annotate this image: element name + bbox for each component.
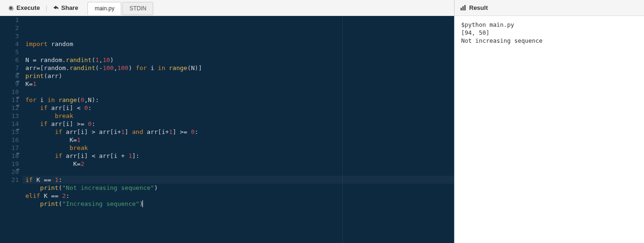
- result-panel: Result $python main.py [94, 50] Not incr…: [455, 0, 644, 243]
- code-line[interactable]: [25, 168, 451, 176]
- share-button[interactable]: Share: [49, 2, 82, 13]
- toolbar-divider: |: [46, 4, 47, 11]
- svg-rect-0: [461, 8, 462, 11]
- execute-label: Execute: [16, 4, 40, 11]
- code-line[interactable]: import random: [25, 40, 451, 48]
- line-number: 9: [2, 80, 19, 88]
- share-icon: [53, 5, 59, 11]
- code-line[interactable]: print("Increasing sequence"): [25, 200, 451, 208]
- code-line[interactable]: print(arr): [25, 72, 451, 80]
- code-editor[interactable]: 123456789101112131415161718192021 import…: [0, 16, 454, 243]
- line-number: 6: [2, 56, 19, 64]
- result-title: Result: [469, 4, 488, 11]
- fold-arrow-icon[interactable]: [16, 153, 20, 155]
- line-number: 20: [2, 168, 19, 176]
- line-number: 19: [2, 160, 19, 168]
- line-number: 18: [2, 152, 19, 160]
- code-line[interactable]: K=2: [25, 160, 451, 168]
- tab-main-py[interactable]: main.py: [87, 2, 121, 15]
- share-label: Share: [61, 4, 78, 11]
- fold-arrow-icon[interactable]: [16, 105, 20, 107]
- tab-stdin[interactable]: STDIN: [122, 2, 153, 15]
- line-number: 21: [2, 176, 19, 184]
- fold-arrow-icon[interactable]: [16, 169, 20, 171]
- fold-arrow-icon[interactable]: [16, 97, 20, 99]
- code-line[interactable]: break: [25, 144, 451, 152]
- result-output: $python main.py [94, 50] Not increasing …: [455, 16, 644, 243]
- svg-rect-1: [463, 6, 463, 10]
- code-line[interactable]: for i in range(0,N):: [25, 96, 451, 104]
- code-line[interactable]: [25, 48, 451, 56]
- code-line[interactable]: if K == 1:: [25, 176, 451, 184]
- code-line[interactable]: print("Not increasing sequence"): [25, 184, 451, 192]
- line-number: 16: [2, 136, 19, 144]
- line-number: 12: [2, 104, 19, 112]
- result-header: Result: [455, 0, 644, 16]
- code-line[interactable]: if arr[i] < 0:: [25, 104, 451, 112]
- line-number: 1: [2, 16, 19, 24]
- code-line[interactable]: elif K == 2:: [25, 192, 451, 200]
- line-number: 11: [2, 96, 19, 104]
- code-line[interactable]: if arr[i] >= 0:: [25, 120, 451, 128]
- line-number: 7: [2, 64, 19, 72]
- fold-arrow-icon[interactable]: [16, 73, 20, 75]
- code-line[interactable]: K=1: [25, 136, 451, 144]
- code-line[interactable]: if arr[i] < arr[i + 1]:: [25, 152, 451, 160]
- line-number: 17: [2, 144, 19, 152]
- code-line[interactable]: K=1: [25, 80, 451, 88]
- code-area[interactable]: import randomN = random.randint(1,10)arr…: [23, 16, 454, 243]
- line-gutter: 123456789101112131415161718192021: [0, 16, 23, 243]
- line-number: 2: [2, 24, 19, 32]
- code-line[interactable]: if arr[i] > arr[i+1] and arr[i+1] >= 0:: [25, 128, 451, 136]
- code-line[interactable]: [25, 88, 451, 96]
- editor-tabs: main.py STDIN: [87, 1, 154, 15]
- fold-arrow-icon[interactable]: [16, 81, 20, 83]
- code-line[interactable]: N = random.randint(1,10): [25, 56, 451, 64]
- svg-rect-2: [464, 5, 465, 10]
- line-number: 3: [2, 32, 19, 40]
- line-number: 13: [2, 112, 19, 120]
- toolbar: Execute | Share main.py STDIN: [0, 0, 454, 16]
- gear-play-icon: [8, 5, 14, 11]
- line-number: 10: [2, 88, 19, 96]
- fold-arrow-icon[interactable]: [16, 129, 20, 131]
- code-line[interactable]: break: [25, 112, 451, 120]
- line-number: 4: [2, 40, 19, 48]
- line-number: 5: [2, 48, 19, 56]
- editor-panel: Execute | Share main.py STDIN 1234567891…: [0, 0, 455, 243]
- execute-button[interactable]: Execute: [4, 2, 44, 13]
- print-margin: [342, 16, 343, 243]
- line-number: 14: [2, 120, 19, 128]
- code-line[interactable]: arr=[random.randint(-100,100) for i in r…: [25, 64, 451, 72]
- line-number: 8: [2, 72, 19, 80]
- line-number: 15: [2, 128, 19, 136]
- bar-chart-icon: [460, 5, 466, 11]
